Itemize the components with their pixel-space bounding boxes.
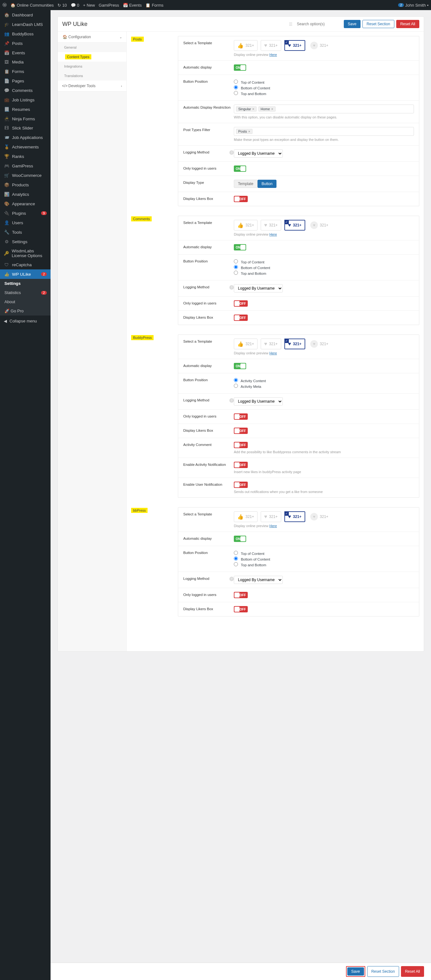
comments-link[interactable]: 💬 0 xyxy=(71,3,79,8)
template-heart-blue[interactable]: ♥321+ xyxy=(284,339,306,349)
info-icon[interactable]: ? xyxy=(230,398,234,402)
info-icon[interactable]: ? xyxy=(230,150,234,155)
info-icon[interactable]: ? xyxy=(230,577,234,581)
menu-settings[interactable]: ⚙Settings xyxy=(0,237,51,247)
menu-buddyboss[interactable]: 👥BuddyBoss xyxy=(0,29,51,38)
menu-products[interactable]: 📦Products xyxy=(0,180,51,189)
radio-option[interactable]: Bottom of Content xyxy=(234,557,414,561)
template-round[interactable]: ♥321+ xyxy=(308,40,330,51)
menu-gamipress[interactable]: 🎮GamiPress xyxy=(0,161,51,170)
template-round[interactable]: ♥321+ xyxy=(308,511,330,522)
logging-select[interactable]: Logged By Username xyxy=(234,284,283,293)
radio-option[interactable]: Top of Content xyxy=(234,259,414,264)
toggle[interactable]: OFF xyxy=(234,414,248,420)
toggle[interactable]: OFF xyxy=(234,482,248,488)
subtab-general[interactable]: General xyxy=(58,43,126,52)
preview-link[interactable]: Here xyxy=(270,53,277,57)
toggle[interactable]: ON xyxy=(234,165,246,172)
menu-events[interactable]: 📅Events xyxy=(0,48,51,57)
menu-ninja-forms[interactable]: 🥷Ninja Forms xyxy=(0,114,51,124)
submenu-go-pro[interactable]: 🚀 Go Pro xyxy=(0,306,51,315)
radio-option[interactable]: Top of Content xyxy=(234,80,414,84)
bottom-reset-all-button[interactable]: Reset All xyxy=(401,966,424,977)
tab-configuration[interactable]: 🏠 Configuration⌄ xyxy=(58,32,126,43)
menu-wp-ulike[interactable]: 👍WP ULike2 xyxy=(0,269,51,279)
preview-link[interactable]: Here xyxy=(270,524,277,528)
search-input[interactable] xyxy=(294,20,342,28)
template-heart-blue[interactable]: ♥321+ xyxy=(284,220,306,231)
new-link[interactable]: + New xyxy=(83,3,95,8)
preview-link[interactable]: Here xyxy=(270,351,277,355)
submenu-statistics[interactable]: Statistics 2 xyxy=(0,288,51,297)
radio-option[interactable]: Top and Bottom xyxy=(234,91,414,96)
menu-comments[interactable]: 💬Comments xyxy=(0,86,51,95)
subtab-content-types[interactable]: Content Types xyxy=(58,52,126,62)
menu-woocommerce[interactable]: 🛒WooCommerce xyxy=(0,170,51,180)
menu-resumes[interactable]: 📃Resumes xyxy=(0,105,51,114)
updates-link[interactable]: ↻ 10 xyxy=(57,3,67,8)
template-heart[interactable]: ♥321+ xyxy=(261,511,281,522)
menu-pages[interactable]: 📄Pages xyxy=(0,76,51,86)
collapse-menu[interactable]: ◀ Collapse menu xyxy=(0,315,51,326)
menu-analytics[interactable]: 📊Analytics xyxy=(0,189,51,199)
save-button[interactable]: Save xyxy=(344,20,361,28)
gamipress-link[interactable]: GamiPress xyxy=(99,3,119,8)
template-heart[interactable]: ♥321+ xyxy=(261,339,281,349)
subtab-translations[interactable]: Translations xyxy=(58,71,126,81)
radio-option[interactable]: Top of Content xyxy=(234,551,414,555)
toggle[interactable]: ON xyxy=(234,64,246,71)
radio-option[interactable]: Top and Bottom xyxy=(234,270,414,275)
radio-option[interactable]: Bottom of Content xyxy=(234,265,414,270)
menu-slick-slider[interactable]: 🎞Slick Slider xyxy=(0,124,51,133)
logging-select[interactable]: Logged By Username xyxy=(234,150,283,158)
user-menu[interactable]: 2 John Smith ▪ xyxy=(398,3,428,8)
toggle[interactable]: OFF xyxy=(234,315,248,321)
display-type-button[interactable]: Button xyxy=(257,180,277,188)
menu-plugins[interactable]: 🔌Plugins9 xyxy=(0,208,51,218)
template-round[interactable]: ♥321+ xyxy=(308,339,330,349)
toggle[interactable]: OFF xyxy=(234,442,248,448)
restriction-tags[interactable]: Singular ×Home × xyxy=(234,105,414,113)
toggle[interactable]: OFF xyxy=(234,300,248,307)
toggle[interactable]: OFF xyxy=(234,462,248,468)
menu-media[interactable]: 🖼Media xyxy=(0,57,51,67)
template-heart-blue[interactable]: ♥321+ xyxy=(284,511,306,522)
menu-ranks[interactable]: 🏆Ranks xyxy=(0,151,51,161)
menu-posts[interactable]: 📌Posts xyxy=(0,38,51,48)
menu-achievements[interactable]: 🏅Achievements xyxy=(0,142,51,151)
template-thumb[interactable]: 👍321+ xyxy=(234,40,257,51)
toggle[interactable]: ON xyxy=(234,363,246,369)
menu-recaptcha[interactable]: 🛡reCaptcha xyxy=(0,260,51,269)
menu-wisdmlabs-license-options[interactable]: 🔑WisdmLabs License Options xyxy=(0,247,51,260)
toggle[interactable]: OFF xyxy=(234,428,248,434)
menu-job-listings[interactable]: 💼Job Listings xyxy=(0,95,51,105)
toggle[interactable]: OFF xyxy=(234,592,248,598)
info-icon[interactable]: ? xyxy=(230,285,234,290)
list-icon[interactable]: ☰ xyxy=(289,22,292,27)
subtab-integrations[interactable]: Integrations xyxy=(58,62,126,71)
template-heart[interactable]: ♥321+ xyxy=(261,220,281,231)
template-thumb[interactable]: 👍321+ xyxy=(234,511,257,522)
post-types-tags[interactable]: Posts × xyxy=(234,127,414,136)
logging-select[interactable]: Logged By Username xyxy=(234,576,283,584)
radio-option[interactable]: Activity Meta xyxy=(234,384,414,388)
logging-select[interactable]: Logged By Username xyxy=(234,397,283,406)
menu-tools[interactable]: 🔧Tools xyxy=(0,228,51,237)
template-thumb[interactable]: 👍321+ xyxy=(234,339,257,349)
wp-logo[interactable]: ⓦ xyxy=(3,2,6,8)
radio-option[interactable]: Top and Bottom xyxy=(234,562,414,567)
toggle[interactable]: ON xyxy=(234,536,246,542)
toggle[interactable]: OFF xyxy=(234,196,248,202)
forms-link[interactable]: 📋 Forms xyxy=(145,3,163,8)
template-thumb[interactable]: 👍321+ xyxy=(234,220,257,231)
bottom-save-button[interactable]: Save xyxy=(347,967,364,975)
site-link[interactable]: 🏠 Online Communities xyxy=(10,3,54,8)
radio-option[interactable]: Activity Content xyxy=(234,378,414,383)
tab-dev-tools[interactable]: </> Developer Tools› xyxy=(58,81,126,92)
submenu-settings[interactable]: Settings xyxy=(0,279,51,288)
display-type-template[interactable]: Template xyxy=(234,180,257,188)
template-round[interactable]: ♥321+ xyxy=(308,220,330,231)
preview-link[interactable]: Here xyxy=(270,232,277,236)
bottom-reset-section-button[interactable]: Reset Section xyxy=(367,966,399,977)
template-heart[interactable]: ♥321+ xyxy=(261,40,281,51)
